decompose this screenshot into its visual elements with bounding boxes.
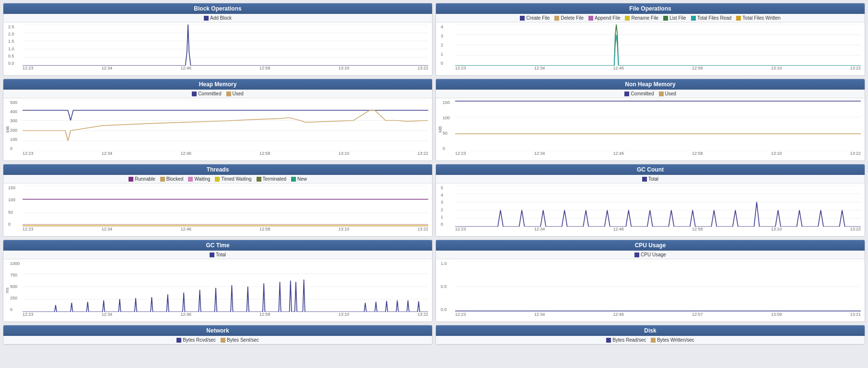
file-ops-x-ticks: 12:23 12:34 12:46 12:58 13:10 13:22 xyxy=(455,66,861,71)
gc-count-total-icon xyxy=(642,177,647,182)
heap-memory-area: MB 500 400 300 200 100 0 xyxy=(3,98,432,161)
threads-y-ticks: 150 100 50 0 xyxy=(8,185,15,227)
non-heap-svg xyxy=(455,100,861,151)
heap-memory-title: Heap Memory xyxy=(3,79,432,90)
disk-legend: Bytes Read/sec Bytes Written/sec xyxy=(436,336,865,345)
block-operations-area: 2.5 2.0 1.5 1.0 0.5 0.0 xyxy=(3,23,432,75)
cpu-y-ticks: 1.0 0.5 0.0 xyxy=(441,261,447,312)
gc-time-x-ticks: 12:23 12:34 12:46 12:58 13:10 13:22 xyxy=(23,312,428,318)
non-heap-memory-area: MB 150 100 50 0 12: xyxy=(436,98,865,161)
cpu-usage-chart: CPU Usage CPU Usage 1.0 0.5 0.0 xyxy=(435,240,865,322)
gc-time-title: GC Time xyxy=(3,240,432,251)
block-ops-svg xyxy=(23,24,428,66)
gc-time-area: ms 1000 750 500 250 0 xyxy=(3,259,432,322)
gc-count-title: GC Count xyxy=(436,164,865,175)
list-file-icon xyxy=(663,16,668,21)
cpu-usage-title: CPU Usage xyxy=(436,240,865,251)
network-title: Network xyxy=(3,325,432,336)
block-operations-legend: Add Block xyxy=(3,14,432,23)
timed-waiting-icon xyxy=(215,177,220,182)
heap-svg-wrapper xyxy=(23,100,428,151)
file-ops-y-ticks: 4 3 2 1 0 xyxy=(441,24,443,66)
cpu-usage-icon xyxy=(634,253,639,257)
threads-x-ticks: 12:23 12:34 12:46 12:58 13:10 13:22 xyxy=(23,227,428,232)
block-ops-x-ticks: 12:23 12:34 12:46 12:58 13:10 13:22 xyxy=(23,66,428,71)
gc-time-total-icon xyxy=(210,253,214,257)
non-heap-memory-title: Non Heap Memory xyxy=(436,79,865,90)
gc-time-svg xyxy=(23,261,428,312)
non-heap-memory-chart: Non Heap Memory Committed Used MB 150 10… xyxy=(435,79,865,161)
disk-chart: Disk Bytes Read/sec Bytes Written/sec xyxy=(435,325,865,345)
threads-area: 150 100 50 0 xyxy=(3,184,432,236)
cpu-usage-legend: CPU Usage xyxy=(436,251,865,259)
create-file-icon xyxy=(520,16,525,21)
append-file-icon xyxy=(588,16,593,21)
network-chart: Network Bytes Rcvd/sec Bytes Sent/sec xyxy=(3,325,433,345)
disk-title: Disk xyxy=(436,325,865,336)
gc-time-svg-wrapper xyxy=(23,261,428,312)
non-heap-memory-legend: Committed Used xyxy=(436,90,865,98)
file-ops-svg-wrapper xyxy=(455,24,861,66)
gc-count-y-ticks: 5 4 3 2 1 0 xyxy=(441,185,443,227)
terminated-icon xyxy=(257,177,261,182)
heap-x-ticks: 12:23 12:34 12:46 12:58 13:10 13:22 xyxy=(23,151,428,157)
cpu-usage-area: 1.0 0.5 0.0 12:23 12:34 12:46 12:57 13:0… xyxy=(436,259,865,322)
block-ops-svg-wrapper xyxy=(23,24,428,66)
delete-file-icon xyxy=(554,16,559,21)
threads-legend: Runnable Blocked Waiting Timed Waiting T… xyxy=(3,175,432,184)
total-files-read-icon xyxy=(691,16,696,21)
rename-file-icon xyxy=(625,16,630,21)
gc-count-svg xyxy=(455,185,861,227)
gc-count-svg-wrapper xyxy=(455,185,861,227)
non-heap-used-icon xyxy=(659,92,664,96)
non-heap-x-ticks: 12:23 12:34 12:46 12:58 13:10 13:22 xyxy=(455,151,861,157)
cpu-x-ticks: 12:23 12:34 12:46 12:57 13:09 13:21 xyxy=(455,312,861,318)
heap-y-axis-label: MB xyxy=(5,126,10,133)
file-ops-svg xyxy=(455,24,861,66)
gc-count-area: 5 4 3 2 1 0 12:23 xyxy=(436,184,865,236)
total-files-written-icon xyxy=(736,16,741,21)
gc-count-chart: GC Count Total 5 4 3 2 1 0 xyxy=(435,164,865,237)
gc-time-legend: Total xyxy=(3,251,432,259)
legend-add-block: Add Block xyxy=(204,15,232,21)
new-thread-icon xyxy=(291,177,296,182)
waiting-icon xyxy=(188,177,193,182)
file-operations-legend: Create File Delete File Append File Rena… xyxy=(436,14,865,23)
heap-y-ticks: 500 400 300 200 100 0 xyxy=(10,100,17,151)
cpu-svg-wrapper xyxy=(455,261,861,312)
threads-svg-wrapper xyxy=(23,185,428,227)
bytes-rcvd-icon xyxy=(176,338,181,343)
non-heap-y-ticks: 150 100 50 0 xyxy=(443,100,450,151)
blocked-icon xyxy=(160,177,165,182)
block-operations-title: Block Operations xyxy=(3,3,432,14)
gc-time-chart: GC Time Total ms 1000 750 500 250 0 xyxy=(3,240,433,322)
non-heap-svg-wrapper xyxy=(455,100,861,151)
heap-svg xyxy=(23,100,428,151)
gc-time-y-ticks: 1000 750 500 250 0 xyxy=(10,261,20,312)
cpu-svg xyxy=(455,261,861,312)
file-operations-title: File Operations xyxy=(436,3,865,14)
non-heap-y-axis-label: MB xyxy=(438,126,443,133)
block-ops-y-ticks: 2.5 2.0 1.5 1.0 0.5 0.0 xyxy=(8,24,14,66)
runnable-icon xyxy=(129,177,133,182)
bytes-written-icon xyxy=(651,338,656,343)
add-block-color-icon xyxy=(204,16,209,21)
bytes-read-icon xyxy=(606,338,611,343)
heap-used-icon xyxy=(226,92,231,96)
non-heap-committed-icon xyxy=(624,92,629,96)
network-legend: Bytes Rcvd/sec Bytes Sent/sec xyxy=(3,336,432,345)
heap-committed-icon xyxy=(192,92,197,96)
gc-count-legend: Total xyxy=(436,175,865,184)
heap-memory-chart: Heap Memory Committed Used MB 500 400 30… xyxy=(3,79,433,161)
add-block-label: Add Block xyxy=(210,15,232,21)
gc-count-x-ticks: 12:23 12:34 12:46 12:58 13:10 13:22 xyxy=(455,227,861,232)
threads-chart: Threads Runnable Blocked Waiting Timed W… xyxy=(3,164,433,237)
heap-memory-legend: Committed Used xyxy=(3,90,432,98)
file-operations-area: 4 3 2 1 0 12:23 xyxy=(436,23,865,75)
file-operations-chart: File Operations Create File Delete File … xyxy=(435,3,865,76)
threads-title: Threads xyxy=(3,164,432,175)
gc-time-y-axis-label: ms xyxy=(5,288,10,293)
threads-svg xyxy=(23,185,428,227)
block-operations-chart: Block Operations Add Block 2.5 2.0 1.5 1… xyxy=(3,3,433,76)
bytes-sent-icon xyxy=(221,338,225,343)
